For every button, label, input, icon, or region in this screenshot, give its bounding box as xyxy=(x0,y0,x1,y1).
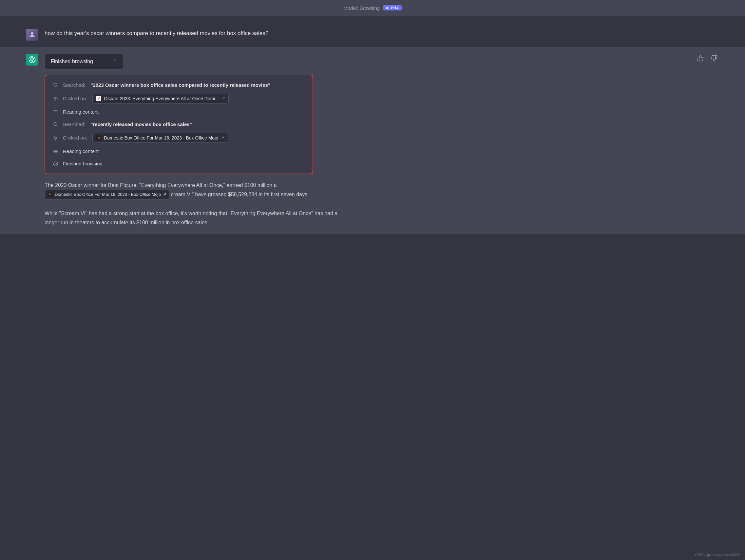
chevron-up-icon: ⌃ xyxy=(113,57,117,66)
finished-browsing-text: Finished browsing xyxy=(63,160,102,168)
browsing-item-reading-1: Reading content xyxy=(52,108,306,116)
chat-area: how do this year's oscar winners compare… xyxy=(0,16,745,560)
browsing-item-search-1: Searched: "2023 Oscar winners box office… xyxy=(52,81,306,89)
response-part2: cream VI" have grossed $58,529,284 in it… xyxy=(171,192,309,197)
thumbs-up-icon xyxy=(697,55,704,62)
click-icon-1 xyxy=(52,96,59,101)
watermark: CSDN @zhangpaopao0609 xyxy=(695,553,740,557)
top-bar: Model: Browsing ALPHA xyxy=(0,0,745,16)
search-label-2: Searched: xyxy=(63,121,85,128)
alpha-badge: ALPHA xyxy=(383,5,402,10)
response-text: The 2023 Oscar winner for Best Picture, … xyxy=(44,181,339,227)
browsing-item-click-1: Clicked on: V Oscars 2023: Everything Ev… xyxy=(52,94,306,103)
click-label-1: Clicked on: xyxy=(63,95,87,102)
citation-text: Domestic Box Office For Mar 16, 2023 - B… xyxy=(55,191,161,198)
cursor-svg-2 xyxy=(53,136,58,140)
user-avatar xyxy=(26,29,38,41)
search-label-1: Searched: xyxy=(63,81,85,89)
list-svg-2 xyxy=(53,149,58,154)
thumbs-up-button[interactable] xyxy=(696,54,705,63)
search-svg-2 xyxy=(53,122,58,127)
citation-external-icon: ↗ xyxy=(163,191,166,198)
link-text-2: Domestic Box Office For Mar 16, 2023 - B… xyxy=(104,134,218,141)
link-chip-2[interactable]: M Domestic Box Office For Mar 16, 2023 -… xyxy=(92,133,228,143)
search-query-1-bold: "2023 Oscar winners box office sales com… xyxy=(90,82,270,88)
browsing-dropdown-label: Finished browsing xyxy=(51,57,109,66)
svg-point-0 xyxy=(31,32,33,35)
search-svg xyxy=(53,83,58,88)
browsing-details-box: Searched: "2023 Oscar winners box office… xyxy=(44,75,313,174)
response-part3: While "Scream VI" has had a strong start… xyxy=(44,210,337,225)
list-icon-1 xyxy=(52,109,59,114)
click-label-2: Clicked on: xyxy=(63,134,87,142)
response-part1: The 2023 Oscar winner for Best Picture, … xyxy=(44,183,277,188)
finished-browsing-dropdown[interactable]: Finished browsing ⌃ xyxy=(44,54,123,69)
model-label: Model: Browsing xyxy=(343,5,380,11)
gpt-avatar xyxy=(26,54,38,66)
user-icon xyxy=(28,31,36,39)
reading-text-2: Reading content xyxy=(63,147,99,155)
cursor-svg-1 xyxy=(53,96,58,101)
search-icon-2 xyxy=(52,122,59,127)
search-query-2: "recently released movies box office sal… xyxy=(90,121,192,128)
favicon-mojo-2: M xyxy=(96,135,101,140)
openai-icon xyxy=(29,56,36,63)
svg-line-2 xyxy=(56,86,57,87)
browsing-item-finished: Finished browsing xyxy=(52,160,306,168)
search-query-2-bold: "recently released movies box office sal… xyxy=(90,122,192,127)
citation-favicon: M xyxy=(47,192,53,197)
check-icon xyxy=(52,161,59,166)
svg-line-7 xyxy=(56,125,57,126)
inline-citation-chip[interactable]: M Domestic Box Office For Mar 16, 2023 -… xyxy=(44,190,169,199)
list-svg-1 xyxy=(53,109,58,114)
search-query-1: "2023 Oscar winners box office sales com… xyxy=(90,81,270,89)
user-message-text: how do this year's oscar winners compare… xyxy=(44,29,339,38)
assistant-actions xyxy=(696,54,719,63)
list-icon-2 xyxy=(52,149,59,154)
search-icon xyxy=(52,83,59,88)
check-svg xyxy=(53,161,58,166)
link-text-1: Oscars 2023: Everything Everywhere All a… xyxy=(104,95,219,102)
browsing-item-reading-2: Reading content xyxy=(52,147,306,155)
assistant-message-row: Finished browsing ⌃ Searched: "2023 Osca… xyxy=(0,47,745,234)
thumbs-down-button[interactable] xyxy=(710,54,719,63)
assistant-message-content: Finished browsing ⌃ Searched: "2023 Osca… xyxy=(44,54,339,227)
external-link-icon-1: ↗ xyxy=(222,95,225,102)
user-message-row: how do this year's oscar winners compare… xyxy=(0,22,745,47)
thumbs-down-icon xyxy=(711,55,717,62)
click-icon-2 xyxy=(52,136,59,140)
browsing-item-search-2: Searched: "recently released movies box … xyxy=(52,121,306,128)
user-message-content: how do this year's oscar winners compare… xyxy=(44,29,339,38)
reading-text-1: Reading content xyxy=(63,108,99,116)
link-chip-1[interactable]: V Oscars 2023: Everything Everywhere All… xyxy=(92,94,229,103)
external-link-icon-2: ↗ xyxy=(221,135,224,141)
favicon-v-1: V xyxy=(96,96,101,101)
browsing-item-click-2: Clicked on: M Domestic Box Office For Ma… xyxy=(52,133,306,143)
